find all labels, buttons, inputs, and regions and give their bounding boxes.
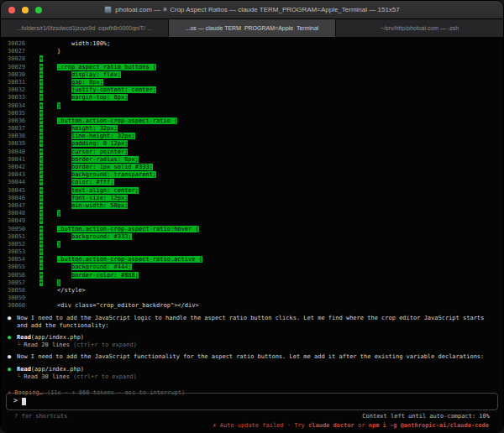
prompt-input[interactable]: > (6, 393, 498, 410)
diff-sign (39, 295, 43, 301)
line-number: 30059 (8, 295, 26, 302)
minimize-button[interactable] (22, 7, 29, 13)
title-bar[interactable]: photoai.com — ✳ Crop Aspect Ratios — cla… (1, 1, 503, 19)
bottom-ui: > ? for shortcuts Context left until aut… (1, 393, 503, 430)
code-text: } (57, 279, 60, 286)
tool-result-text: Read 20 lines (24, 342, 70, 349)
code-text: text-align: center; (71, 187, 139, 194)
diff-line: 30045+ text-align: center; (1, 187, 503, 195)
line-number: 30032 (8, 86, 26, 94)
code-text: justify-content: center; (71, 86, 156, 93)
line-number: 30041 (8, 156, 26, 164)
line-number: 30058 (8, 287, 26, 295)
tab-claude-session[interactable]: ...os — claude TERM_PROGRAM=Apple_Termin… (169, 19, 337, 37)
tool-call-label: Read(app/index.php) (17, 366, 503, 373)
status-bar: ? for shortcuts Context left until auto-… (1, 410, 503, 420)
line-number: 30037 (8, 125, 26, 133)
tool-call-read-1: ● Read(app/index.php) └ Read 20 lines (c… (1, 334, 503, 349)
tool-bullet-icon: ● (8, 366, 17, 373)
context-remaining: Context left until auto-compact: 10% (362, 413, 490, 420)
tool-name: Read (17, 366, 31, 373)
diff-line: 30035+ (1, 110, 503, 117)
update-error-text: ✗ Auto-update failed · Try (213, 422, 308, 429)
diff-line: 30055+ background: #444; (1, 263, 503, 271)
diff-sign: + (39, 217, 43, 224)
line-number: 30046 (8, 195, 26, 202)
tool-call-label: Read(app/index.php) (17, 334, 503, 342)
line-number: 30043 (8, 171, 26, 179)
code-text: border-radius: 6px; (71, 156, 139, 163)
assistant-message-2: ● Now I need to add the JavaScript funct… (1, 353, 503, 361)
diff-line: 30046+ font-size: 12px; (1, 195, 503, 202)
tool-result[interactable]: └ Read 30 lines (ctrl+r to expand) (8, 373, 503, 381)
prompt-symbol: > (13, 397, 18, 404)
expand-hint: (ctrl+r to expand) (73, 373, 137, 381)
code-text: .crop_aspect_ratio_buttons { (57, 64, 156, 70)
terminal-content: 30026 width:100%; 30027 } 30028+ 30029+ … (1, 38, 503, 432)
npm-install-command: npm i -g @anthropic-ai/claude-code (369, 422, 489, 429)
line-number: 30042 (8, 164, 26, 171)
line-number: 30040 (8, 149, 26, 156)
tab-zsh[interactable]: ~/srv/http/photoai.com — -zsh (336, 19, 503, 37)
code-text: .button.action-crop-aspect-ratio:hover { (57, 226, 199, 232)
line-number: 30044 (8, 179, 26, 186)
diff-line: 30047+ min-width: 50px; (1, 202, 503, 210)
diff-line: 30033+ margin-top: 8px; (1, 94, 503, 102)
diff-line: 30048+ } (1, 210, 503, 217)
code-text: } (57, 48, 60, 55)
diff-line: 30056+ border-color: #888; (1, 272, 503, 279)
diff-line: 30038+ line-height: 32px; (1, 133, 503, 140)
diff-line: 30057+ } (1, 279, 503, 287)
code-text: min-width: 50px; (71, 202, 128, 209)
terminal-window: photoai.com — ✳ Crop Aspect Ratios — cla… (0, 0, 504, 433)
line-number: 30036 (8, 117, 26, 125)
claude-doctor-command: claude doctor (308, 422, 354, 429)
diff-line: 30054+ .button.action-crop-aspect-ratio.… (1, 256, 503, 263)
document-proxy-icon (104, 6, 112, 13)
diff-line: 30037+ height: 32px; (1, 125, 503, 133)
line-number: 30052 (8, 241, 26, 248)
diff-line: 30059 (1, 295, 503, 302)
diff-sign: + (39, 55, 43, 62)
code-text: margin-top: 8px; (71, 94, 128, 101)
diff-line: 30040+ cursor: pointer; (1, 149, 503, 156)
diff-line: 30042+ border: 1px solid #333; (1, 164, 503, 171)
tool-result[interactable]: └ Read 20 lines (ctrl+r to expand) (8, 342, 503, 349)
code-text: cursor: pointer; (71, 149, 128, 155)
diff-line: 30030+ display: flex; (1, 71, 503, 79)
tab-temp-folder[interactable]: ...folders/r1/0fzsdwcd1jzcyx9d_cqwfh8r00… (1, 19, 169, 37)
code-text: .button.action-crop-aspect-ratio.active … (57, 256, 202, 263)
line-number: 30055 (8, 263, 26, 271)
diff-line: 30053+ (1, 248, 503, 256)
diff-line: 30044+ color: #fff; (1, 179, 503, 186)
close-button[interactable] (8, 7, 15, 13)
text-cursor (22, 398, 26, 405)
zoom-button[interactable] (35, 7, 42, 13)
elbow-icon: └ (17, 342, 20, 349)
line-number: 30034 (8, 102, 26, 110)
tool-result-text: Read 30 lines (24, 373, 70, 381)
message-text: Now I need to add the JavaScript logic t… (17, 315, 503, 330)
line-number: 30028 (8, 55, 26, 63)
line-number: 30047 (8, 202, 26, 210)
diff-line: 30031+ gap: 8px; (1, 79, 503, 86)
tool-args: (app/index.php) (31, 366, 84, 373)
line-number: 30029 (8, 64, 26, 71)
line-number: 30048 (8, 210, 26, 217)
code-text: padding: 0 12px; (71, 140, 128, 147)
line-number: 30026 (8, 40, 26, 48)
diff-line: 30051+ background: #333; (1, 233, 503, 241)
code-text: border: 1px solid #333; (71, 164, 153, 170)
line-number: 30035 (8, 110, 26, 117)
code-text: } (57, 210, 60, 216)
line-number: 30050 (8, 226, 26, 233)
diff-line: 30028+ (1, 55, 503, 63)
diff-line: 30060 <div class="crop_editor_backdrop">… (1, 302, 503, 310)
line-number: 30031 (8, 79, 26, 86)
code-text: } (57, 241, 60, 248)
tab-bar: ...folders/r1/0fzsdwcd1jzcyx9d_cqwfh8r00… (1, 19, 503, 38)
line-number: 30049 (8, 217, 26, 225)
line-number: 30054 (8, 256, 26, 263)
diff-line: 30043+ background: transparent; (1, 171, 503, 179)
code-text: <div class="crop_editor_backdrop"></div> (57, 302, 199, 309)
